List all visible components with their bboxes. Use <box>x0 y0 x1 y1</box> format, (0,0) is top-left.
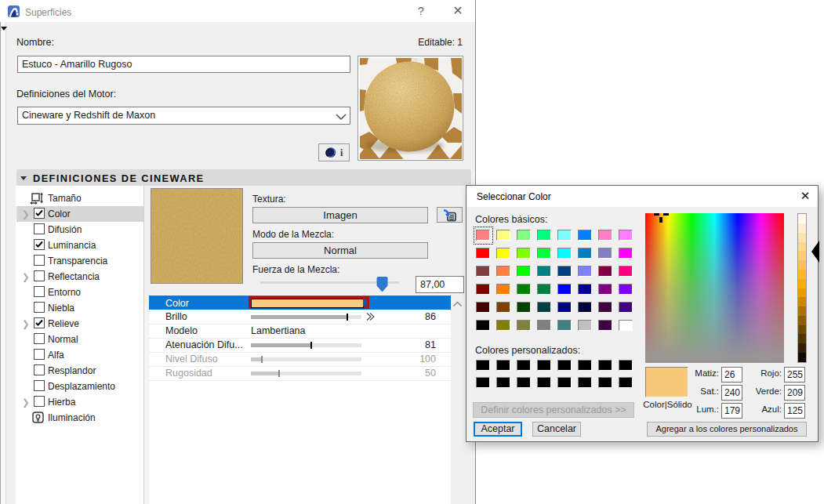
svg-text:i: i <box>340 147 343 158</box>
